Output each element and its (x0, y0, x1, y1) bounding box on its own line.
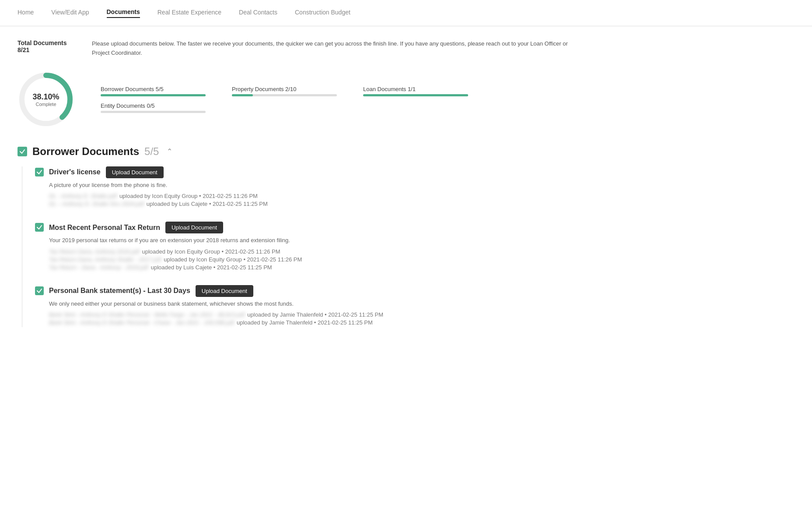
doc-content-tax-return: Most Recent Personal Tax Return Upload D… (49, 222, 595, 272)
doc-desc-drivers-license: A picture of your license from the phone… (49, 181, 595, 190)
circle-percent: 38.10% (32, 92, 59, 101)
nav-deal-contacts[interactable]: Deal Contacts (239, 9, 277, 18)
borrower-doc-list-wrapper: Driver's license Upload Document A pictu… (18, 166, 595, 328)
progress-bars: Borrower Documents 5/5 Property Document… (101, 86, 468, 113)
doc-item-tax-return: Most Recent Personal Tax Return Upload D… (35, 222, 595, 272)
doc-title-tax-return: Most Recent Personal Tax Return (49, 224, 160, 232)
progress-bar-bg-borrower (101, 94, 206, 96)
upload-btn-bank-statement[interactable]: Upload Document (196, 285, 253, 297)
progress-item-entity: Entity Documents 0/5 (101, 102, 206, 113)
check-icon (19, 148, 25, 155)
chevron-up-icon[interactable]: ⌃ (167, 147, 172, 155)
progress-item-property: Property Documents 2/10 (232, 86, 337, 96)
progress-bar-bg-loan (363, 94, 468, 96)
doc-filemeta-tax-0: uploaded by Icon Equity Group • 2021-02-… (142, 248, 280, 255)
doc-filemeta-tax-1: uploaded by Icon Equity Group • 2021-02-… (164, 256, 302, 263)
upload-btn-tax-return[interactable]: Upload Document (165, 222, 223, 233)
top-navigation: Home View/Edit App Documents Real Estate… (0, 0, 812, 26)
progress-bar-fill-borrower (101, 94, 206, 96)
doc-file-2-tax-return: Tax Return - Dana - Anthony - 2019.pdf u… (49, 264, 595, 271)
docs-description: Please upload documents below. The faste… (92, 39, 573, 58)
check-icon-small (37, 169, 42, 175)
nav-documents[interactable]: Documents (107, 8, 140, 18)
doc-filename-tax-0: Tax Return Dana, Anthony 2016.pdf (49, 248, 139, 255)
progress-bar-fill-loan (363, 94, 468, 96)
total-docs-label: Total Documents (18, 39, 83, 46)
doc-filename-tax-1: Tax Return Dana, Anthony Shafer - 2017.p… (49, 256, 161, 263)
borrower-section-checkbox (18, 147, 27, 156)
doc-filemeta-bank-1: uploaded by Jamie Thalenfeld • 2021-02-2… (237, 319, 373, 326)
doc-title-drivers-license: Driver's license (49, 168, 101, 176)
circle-text: 38.10% Complete (32, 92, 59, 106)
doc-filename-tax-2: Tax Return - Dana - Anthony - 2019.pdf (49, 264, 148, 271)
progress-bar-fill-property (232, 94, 253, 96)
borrower-section-title: Borrower Documents (32, 145, 139, 158)
progress-title-borrower: Borrower Documents 5/5 (101, 86, 206, 92)
doc-header-bank-statement: Personal Bank statement(s) - Last 30 Day… (49, 285, 595, 297)
doc-file-1-drivers-license: DL – Anthony D. Shafer thru 2024.pdf upl… (49, 201, 595, 207)
circle-label: Complete (32, 101, 59, 106)
doc-header-drivers-license: Driver's license Upload Document (49, 166, 595, 178)
doc-content-bank-statement: Personal Bank statement(s) - Last 30 Day… (49, 285, 595, 328)
total-docs-box: Total Documents 8/21 (18, 39, 83, 53)
check-icon-small-2 (37, 225, 42, 230)
doc-file-1-bank: Bank Stmt - Anthony D Shafer Personal - … (49, 319, 595, 326)
progress-item-borrower: Borrower Documents 5/5 (101, 86, 206, 96)
doc-checkbox-tax-return (35, 223, 44, 232)
progress-bar-bg-property (232, 94, 337, 96)
main-content: Total Documents 8/21 Please upload docum… (0, 26, 612, 353)
doc-filemeta-0: uploaded by Icon Equity Group • 2021-02-… (119, 193, 258, 199)
doc-file-0-drivers-license: DL - Anthony D. Shafer.pdf uploaded by I… (49, 193, 595, 199)
doc-desc-tax-return: Your 2019 personal tax returns or if you… (49, 236, 595, 245)
doc-checkbox-bank-statement (35, 286, 44, 295)
progress-bar-bg-entity (101, 111, 206, 113)
doc-desc-bank-statement: We only need either your personal or bus… (49, 300, 595, 308)
progress-title-entity: Entity Documents 0/5 (101, 102, 206, 109)
nav-view-edit[interactable]: View/Edit App (51, 9, 89, 18)
total-docs-count: 8/21 (18, 46, 83, 53)
doc-filename-0: DL - Anthony D. Shafer.pdf (49, 193, 117, 199)
nav-construction-budget[interactable]: Construction Budget (295, 9, 350, 18)
doc-filemeta-tax-2: uploaded by Luis Cajete • 2021-02-25 11:… (151, 264, 272, 271)
borrower-doc-list: Driver's license Upload Document A pictu… (35, 166, 595, 328)
doc-file-0-tax-return: Tax Return Dana, Anthony 2016.pdf upload… (49, 248, 595, 255)
doc-filemeta-1: uploaded by Luis Cajete • 2021-02-25 11:… (147, 201, 268, 207)
progress-title-loan: Loan Documents 1/1 (363, 86, 468, 92)
progress-title-property: Property Documents 2/10 (232, 86, 337, 92)
doc-file-1-tax-return: Tax Return Dana, Anthony Shafer - 2017.p… (49, 256, 595, 263)
doc-file-0-bank: Bank Stmt - Anthony D Shafer Personal - … (49, 311, 595, 318)
doc-checkbox-drivers-license (35, 168, 44, 176)
doc-filename-bank-0: Bank Stmt - Anthony D Shafer Personal - … (49, 311, 245, 318)
borrower-section-count: 5/5 (144, 145, 159, 158)
doc-item-drivers-license: Driver's license Upload Document A pictu… (35, 166, 595, 209)
borrower-section-header: Borrower Documents 5/5 ⌃ (18, 145, 595, 158)
progress-item-loan: Loan Documents 1/1 (363, 86, 468, 96)
nav-real-estate[interactable]: Real Estate Experience (158, 9, 221, 18)
docs-header: Total Documents 8/21 Please upload docum… (18, 39, 595, 58)
doc-filename-bank-1: Bank Stmt - Anthony D Shafer Personal - … (49, 319, 234, 326)
doc-header-tax-return: Most Recent Personal Tax Return Upload D… (49, 222, 595, 233)
progress-section: 38.10% Complete Borrower Documents 5/5 P… (18, 71, 595, 128)
upload-btn-drivers-license[interactable]: Upload Document (106, 166, 164, 178)
vertical-line (22, 166, 22, 328)
doc-filemeta-bank-0: uploaded by Jamie Thalenfeld • 2021-02-2… (247, 311, 383, 318)
check-icon-small-3 (37, 288, 42, 293)
nav-home[interactable]: Home (18, 9, 34, 18)
doc-content-drivers-license: Driver's license Upload Document A pictu… (49, 166, 595, 209)
doc-filename-1: DL – Anthony D. Shafer thru 2024.pdf (49, 201, 144, 207)
doc-title-bank-statement: Personal Bank statement(s) - Last 30 Day… (49, 287, 190, 295)
progress-circle: 38.10% Complete (18, 71, 74, 128)
doc-item-bank-statement: Personal Bank statement(s) - Last 30 Day… (35, 285, 595, 328)
